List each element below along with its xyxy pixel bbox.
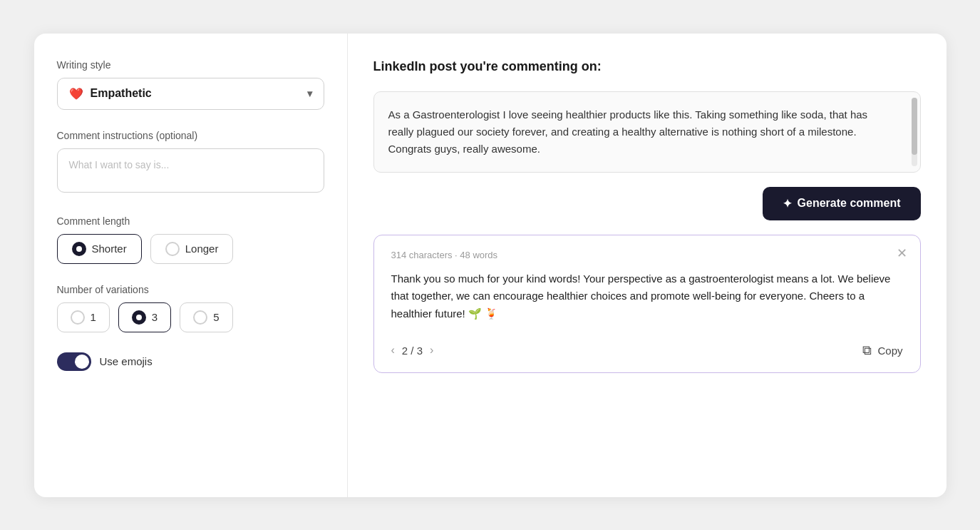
post-title: LinkedIn post you're commenting on: [373, 59, 921, 74]
right-panel: LinkedIn post you're commenting on: As a… [348, 34, 947, 497]
style-selected-value: Empathetic [91, 87, 152, 100]
prev-page-button[interactable]: ‹ [391, 344, 395, 357]
emoji-toggle[interactable] [57, 352, 91, 371]
result-card: 314 characters · 48 words ✕ Thank you so… [373, 235, 921, 373]
style-emoji: ❤️ [69, 87, 83, 101]
main-card: Writing style ❤️ Empathetic ▾ Comment in… [34, 34, 947, 497]
instructions-label: Comment instructions (optional) [57, 130, 324, 141]
post-text[interactable]: As a Gastroenterologist I love seeing he… [374, 92, 920, 172]
radio-1-circle [71, 310, 85, 325]
length-option-shorter[interactable]: Shorter [57, 234, 142, 264]
toggle-label: Use emojis [100, 355, 153, 367]
style-dropdown[interactable]: ❤️ Empathetic ▾ [57, 78, 324, 110]
left-panel: Writing style ❤️ Empathetic ▾ Comment in… [34, 34, 348, 497]
style-dropdown-left: ❤️ Empathetic [69, 87, 152, 101]
copy-button[interactable]: ⧉ Copy [862, 343, 902, 358]
result-footer: ‹ 2 / 3 › ⧉ Copy [391, 335, 903, 358]
result-meta: 314 characters · 48 words [391, 250, 903, 260]
length-radio-group: Shorter Longer [57, 234, 324, 264]
page-indicator: 2 / 3 [402, 345, 423, 357]
radio-longer-circle [165, 242, 180, 256]
radio-5-circle [193, 310, 207, 325]
length-option-longer[interactable]: Longer [150, 234, 234, 264]
comment-length-section: Comment length Shorter Longer [57, 215, 324, 264]
emoji-toggle-row: Use emojis [57, 352, 324, 371]
variation-option-5[interactable]: 5 [180, 302, 232, 332]
variation-3-label: 3 [152, 311, 158, 323]
variation-option-3[interactable]: 3 [118, 302, 171, 332]
writing-style-label: Writing style [57, 59, 324, 71]
close-button[interactable]: ✕ [897, 247, 907, 260]
generate-button[interactable]: ✦ Generate comment [763, 187, 921, 220]
variation-group: 1 3 5 [57, 302, 324, 332]
copy-icon: ⧉ [862, 343, 872, 358]
post-container: As a Gastroenterologist I love seeing he… [373, 91, 921, 173]
variation-1-label: 1 [91, 311, 96, 323]
toggle-knob [75, 355, 89, 369]
comment-length-label: Comment length [57, 215, 324, 227]
length-shorter-label: Shorter [92, 243, 127, 255]
generate-label: Generate comment [798, 197, 901, 210]
length-longer-label: Longer [185, 243, 219, 255]
spark-icon: ✦ [783, 197, 792, 210]
chevron-down-icon: ▾ [307, 88, 312, 99]
result-text: Thank you so much for your kind words! Y… [391, 270, 903, 323]
next-page-button[interactable]: › [430, 344, 433, 357]
pagination: ‹ 2 / 3 › [391, 344, 434, 357]
instructions-input[interactable] [57, 148, 324, 193]
variation-5-label: 5 [213, 311, 219, 323]
variation-option-1[interactable]: 1 [57, 302, 110, 332]
variations-section: Number of variations 1 3 5 [57, 284, 324, 332]
radio-shorter-circle [72, 242, 86, 256]
instructions-section: Comment instructions (optional) [57, 130, 324, 195]
copy-label: Copy [877, 345, 902, 357]
radio-3-circle [132, 310, 146, 325]
scrollbar-track[interactable] [912, 98, 917, 166]
variations-label: Number of variations [57, 284, 324, 295]
scrollbar-thumb[interactable] [912, 98, 917, 155]
writing-style-section: Writing style ❤️ Empathetic ▾ [57, 59, 324, 110]
